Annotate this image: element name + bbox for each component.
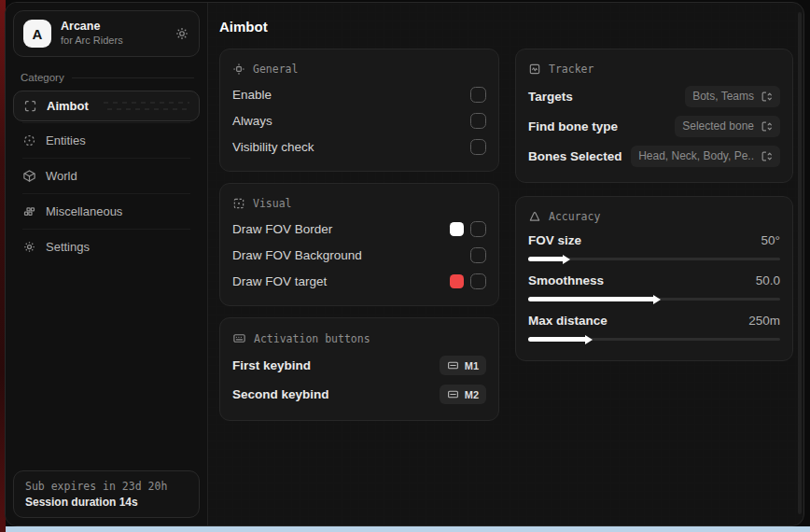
fov-size-slider[interactable]: [528, 257, 780, 261]
category-divider: [72, 77, 194, 78]
brand-logo: A: [23, 20, 51, 48]
bones-selected-select[interactable]: Head, Neck, Body, Pe..: [631, 146, 780, 167]
smoothness-slider[interactable]: [528, 297, 780, 301]
brand-text: Arcane for Arc Riders: [61, 20, 165, 47]
setting-label: Enable: [232, 88, 470, 102]
setting-row: Enable: [232, 81, 486, 107]
keybind-value: M2: [465, 389, 479, 400]
setting-label: First keybind: [232, 358, 440, 372]
draw-fov-background-checkbox[interactable]: [470, 247, 486, 263]
always-checkbox[interactable]: [470, 113, 486, 129]
panel-accuracy-header: Accuracy: [528, 210, 780, 223]
first-keybind-button[interactable]: M1: [440, 356, 486, 375]
sidebar-item-entities[interactable]: Entities: [13, 124, 200, 157]
sidebar-item-label: Aimbot: [47, 99, 89, 113]
gear-icon[interactable]: [175, 26, 189, 41]
brand-card: A Arcane for Arc Riders: [13, 10, 200, 57]
slider-value: 250m: [748, 314, 780, 328]
select-value: Bots, Teams: [692, 90, 754, 103]
slider-label: Max distance: [528, 314, 748, 328]
fov-size-setting: FOV size 50°: [528, 229, 780, 261]
draw-fov-target-checkbox[interactable]: [470, 273, 486, 289]
panel-visual-header: Visual: [232, 197, 486, 210]
setting-row: Always: [232, 107, 486, 133]
setting-label: Draw FOV target: [232, 274, 450, 288]
sidebar: A Arcane for Arc Riders Category: [6, 3, 208, 525]
sidebar-item-aimbot[interactable]: Aimbot: [13, 91, 200, 121]
expand-vertical-icon: [761, 91, 773, 103]
setting-row: Draw FOV target: [232, 268, 486, 294]
focus-square-icon: [232, 63, 245, 76]
fov-target-color-swatch[interactable]: [450, 274, 464, 288]
slider-value: 50°: [761, 233, 780, 247]
panel-activation-buttons: Activation buttons First keybind M1: [219, 317, 499, 421]
slider-label: Smoothness: [528, 273, 756, 287]
setting-row: Bones Selected Head, Neck, Body, Pe..: [528, 141, 780, 171]
slider-fill: [528, 297, 654, 301]
triangle-icon: [528, 210, 541, 223]
sidebar-item-world[interactable]: World: [13, 160, 200, 192]
slider-thumb[interactable]: [585, 335, 593, 344]
setting-row: Find bone type Selected bone: [528, 111, 780, 141]
slider-fill: [528, 337, 586, 342]
max-distance-slider[interactable]: [528, 337, 780, 342]
brand-name: Arcane: [61, 20, 165, 35]
draw-fov-border-checkbox[interactable]: [470, 221, 486, 237]
setting-label: Second keybind: [232, 387, 440, 401]
find-bone-type-select[interactable]: Selected bone: [675, 116, 780, 137]
panel-title: Tracker: [549, 63, 594, 76]
sidebar-item-miscellaneous[interactable]: Miscellaneous: [13, 195, 200, 228]
activity-square-icon: [528, 63, 541, 76]
keyboard-icon: [447, 359, 459, 371]
setting-label: Bones Selected: [528, 149, 631, 163]
fov-border-color-swatch[interactable]: [450, 222, 464, 236]
panel-tracker: Tracker Targets Bots, Teams: [515, 49, 793, 183]
panel-visual: Visual Draw FOV Border Draw FOV Backgrou…: [219, 183, 499, 306]
cube-icon: [22, 169, 36, 183]
slider-thumb[interactable]: [653, 295, 661, 304]
select-value: Head, Neck, Body, Pe..: [638, 149, 754, 162]
panel-accuracy: Accuracy FOV size 50°: [515, 196, 793, 361]
sidebar-item-label: Settings: [46, 240, 90, 254]
category-label: Category: [21, 72, 64, 83]
panel-general: General Enable Always Visibility check: [219, 49, 499, 172]
expand-vertical-icon: [761, 120, 773, 133]
brand-subtitle: for Arc Riders: [61, 35, 165, 48]
setting-row: Visibility check: [232, 133, 486, 160]
setting-row: Targets Bots, Teams: [528, 81, 780, 111]
second-keybind-button[interactable]: M2: [440, 385, 486, 404]
nav-divider: [22, 193, 190, 194]
main-content: Aimbot General Enable: [208, 3, 803, 525]
slider-thumb[interactable]: [563, 255, 570, 264]
dashed-square-dot-icon: [232, 197, 245, 210]
scrollbar[interactable]: [798, 12, 802, 514]
expand-vertical-icon: [761, 150, 773, 162]
nav-divider: [22, 229, 190, 230]
setting-label: Draw FOV Border: [232, 222, 450, 236]
targets-select[interactable]: Bots, Teams: [685, 86, 780, 107]
panel-title: Visual: [253, 197, 292, 210]
select-value: Selected bone: [682, 119, 754, 133]
setting-label: Targets: [528, 90, 685, 104]
sidebar-item-settings[interactable]: Settings: [13, 231, 200, 263]
sidebar-item-label: Entities: [46, 133, 86, 147]
smoothness-setting: Smoothness 50.0: [528, 269, 780, 301]
setting-label: Visibility check: [232, 140, 470, 154]
sub-expiry-text: Sub expires in 23d 20h: [25, 480, 188, 493]
app-window: A Arcane for Arc Riders Category: [5, 2, 804, 526]
keyboard-icon: [232, 331, 246, 345]
page-title: Aimbot: [219, 19, 803, 35]
category-row: Category: [21, 72, 194, 83]
enable-checkbox[interactable]: [470, 87, 486, 103]
gear-icon: [22, 240, 36, 254]
visibility-check-checkbox[interactable]: [470, 139, 486, 155]
panel-title: Activation buttons: [254, 332, 370, 345]
sidebar-item-label: Miscellaneous: [46, 204, 122, 218]
panel-activation-header: Activation buttons: [232, 331, 486, 345]
nav-divider: [22, 122, 190, 123]
scan-brackets-icon: [23, 99, 37, 113]
subscription-card: Sub expires in 23d 20h Session duration …: [13, 470, 200, 518]
dashed-decoration: [104, 102, 189, 110]
slider-fill: [528, 257, 564, 261]
setting-label: Draw FOV Background: [232, 248, 470, 262]
